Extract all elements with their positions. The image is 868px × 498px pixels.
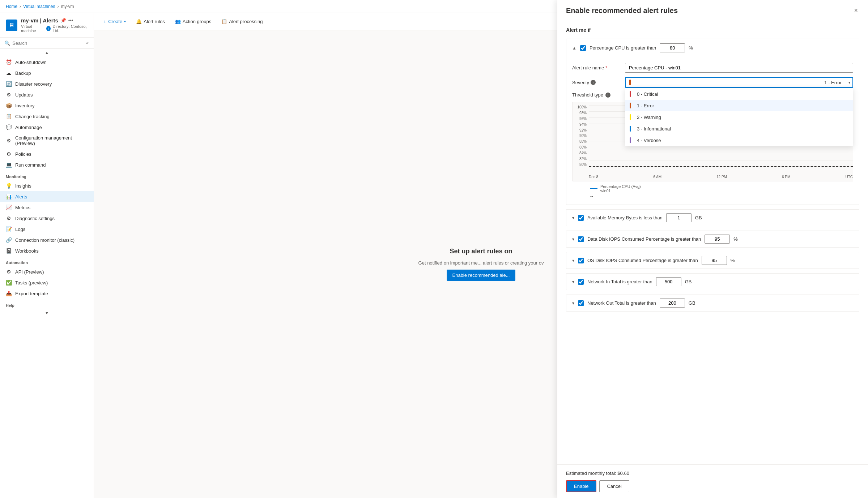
sidebar-item-workbooks[interactable]: 📓 Workbooks (0, 245, 94, 256)
os-disk-threshold-input[interactable] (702, 256, 727, 265)
sidebar-item-label: Automanage (15, 125, 42, 130)
network-out-unit: GB (689, 300, 695, 306)
panel-body: Alert me if ▲ Percentage CPU is greater … (557, 21, 868, 464)
sidebar-item-insights[interactable]: 💡 Insights (0, 180, 94, 191)
pin-icon[interactable]: 📌 (60, 18, 66, 23)
sidebar-item-run-command[interactable]: 💻 Run command (0, 159, 94, 170)
sidebar-item-export-template[interactable]: 📤 Export template (0, 288, 94, 299)
sidebar-item-label: Metrics (15, 205, 30, 210)
severity-label: Severity i (572, 80, 619, 85)
network-in-checkbox[interactable] (578, 279, 584, 285)
api-icon: ⚙ (6, 269, 12, 275)
sidebar-item-label: Auto-shutdown (15, 60, 47, 65)
severity-option-informational[interactable]: 3 - Informational (625, 123, 853, 134)
network-in-chevron-icon[interactable]: ▾ (572, 279, 574, 284)
severity-option-verbose[interactable]: 4 - Verbose (625, 134, 853, 146)
severity-option-error[interactable]: 1 - Error (625, 100, 853, 111)
network-in-alert-section: ▾ Network In Total is greater than GB (566, 273, 859, 290)
scroll-down-indicator[interactable]: ▼ (45, 310, 49, 315)
sidebar-item-updates[interactable]: ⚙ Updates (0, 89, 94, 100)
network-in-threshold-input[interactable] (656, 277, 681, 286)
scroll-up-indicator[interactable]: ▲ (45, 50, 49, 55)
severity-option-critical[interactable]: 0 - Critical (625, 88, 853, 100)
data-disk-threshold-input[interactable] (705, 235, 730, 244)
sidebar-item-automanage[interactable]: 💬 Automanage (0, 122, 94, 133)
sidebar-item-label: Run command (15, 162, 46, 168)
empty-desc: Get notified on important me... alert ru… (418, 259, 544, 267)
memory-threshold-input[interactable] (666, 213, 692, 222)
sidebar-item-inventory[interactable]: 📦 Inventory (0, 100, 94, 111)
sidebar-item-tasks[interactable]: ✅ Tasks (preview) (0, 277, 94, 288)
alert-rule-name-input[interactable] (625, 63, 853, 73)
change-tracking-icon: 📋 (6, 113, 12, 119)
close-panel-button[interactable]: × (852, 6, 859, 15)
cpu-threshold-input[interactable] (660, 43, 685, 52)
sidebar-item-backup[interactable]: ☁ Backup (0, 68, 94, 78)
severity-option-label: 3 - Informational (637, 126, 671, 132)
memory-alert-section: ▾ Available Memory Bytes is less than GB (566, 209, 859, 226)
severity-dropdown-selected[interactable]: 1 - Error ▾ (625, 77, 853, 88)
sidebar-item-api[interactable]: ⚙ API (Preview) (0, 266, 94, 277)
cpu-checkbox[interactable] (580, 45, 586, 51)
search-input[interactable] (12, 40, 83, 46)
memory-checkbox[interactable] (578, 215, 584, 221)
threshold-line (589, 166, 853, 167)
sidebar-item-diagnostic-settings[interactable]: ⚙ Diagnostic settings (0, 213, 94, 224)
alert-processing-icon: 📋 (221, 19, 227, 24)
sidebar-item-logs[interactable]: 📝 Logs (0, 224, 94, 235)
sidebar-item-label: Change tracking (15, 114, 50, 119)
automanage-icon: 💬 (6, 124, 12, 130)
memory-chevron-icon[interactable]: ▾ (572, 215, 574, 220)
create-button[interactable]: + Create ▾ (100, 17, 129, 26)
action-groups-button[interactable]: 👥 Action groups (171, 17, 215, 26)
policies-icon: ⚙ (6, 151, 12, 157)
sidebar-item-config-mgmt[interactable]: ⚙ Configuration management (Preview) (0, 133, 94, 149)
sidebar-item-label: Connection monitor (classic) (15, 237, 75, 243)
chart-dash-value: -- (572, 194, 853, 199)
data-disk-checkbox[interactable] (578, 236, 584, 242)
network-in-condition: Network In Total is greater than (587, 279, 652, 284)
enable-recommended-button[interactable]: Enable recommended ale... (447, 270, 516, 281)
panel-title: Enable recommended alert rules (566, 7, 678, 15)
alert-rules-button[interactable]: 🔔 Alert rules (132, 17, 169, 26)
sidebar-item-label: Backup (15, 70, 31, 76)
cpu-section-header: ▲ Percentage CPU is greater than % (566, 39, 859, 57)
sidebar-item-disaster-recovery[interactable]: 🔄 Disaster recovery (0, 78, 94, 89)
severity-dropdown[interactable]: 1 - Error ▾ 0 - Critical 1 - Error (625, 77, 853, 88)
network-out-checkbox[interactable] (578, 300, 584, 306)
enable-button[interactable]: Enable (566, 480, 596, 492)
tasks-icon: ✅ (6, 280, 12, 286)
network-out-threshold-input[interactable] (660, 299, 685, 308)
os-disk-checkbox[interactable] (578, 258, 584, 263)
cpu-chevron-icon[interactable]: ▲ (572, 46, 576, 51)
sidebar-item-auto-shutdown[interactable]: ⏰ Auto-shutdown (0, 57, 94, 68)
os-disk-chevron-icon[interactable]: ▾ (572, 258, 574, 263)
collapse-button[interactable]: « (85, 40, 89, 46)
sidebar-item-alerts[interactable]: 📊 Alerts (0, 191, 94, 202)
alert-me-label: Alert me if (566, 27, 859, 33)
breadcrumb-home[interactable]: Home (6, 4, 17, 9)
data-disk-chevron-icon[interactable]: ▾ (572, 237, 574, 242)
sidebar-item-label: Tasks (preview) (15, 280, 48, 286)
cpu-alert-section: ▲ Percentage CPU is greater than % Alert… (566, 39, 859, 205)
diagnostic-icon: ⚙ (6, 215, 12, 221)
cancel-button[interactable]: Cancel (599, 480, 629, 492)
sidebar-item-label: Workbooks (15, 248, 39, 254)
sidebar-item-metrics[interactable]: 📈 Metrics (0, 202, 94, 213)
sidebar-item-change-tracking[interactable]: 📋 Change tracking (0, 111, 94, 122)
gridline (589, 148, 853, 148)
memory-condition: Available Memory Bytes is less than (587, 215, 663, 220)
os-disk-rule-row: ▾ OS Disk IOPS Consumed Percentage is gr… (566, 252, 859, 269)
panel-overlay: Enable recommended alert rules × Alert m… (557, 0, 868, 498)
network-out-chevron-icon[interactable]: ▾ (572, 301, 574, 306)
data-disk-unit: % (733, 236, 738, 242)
more-icon[interactable]: ••• (68, 18, 73, 23)
sidebar-item-label: Export template (15, 291, 48, 296)
sidebar-item-policies[interactable]: ⚙ Policies (0, 149, 94, 159)
sidebar-item-connection-monitor[interactable]: 🔗 Connection monitor (classic) (0, 235, 94, 245)
severity-option-warning[interactable]: 2 - Warning (625, 111, 853, 123)
panel-footer: Estimated monthly total: $0.60 Enable Ca… (557, 464, 868, 498)
alert-processing-button[interactable]: 📋 Alert processing (218, 17, 266, 26)
breadcrumb-vms[interactable]: Virtual machines (23, 4, 55, 9)
os-disk-unit: % (731, 258, 735, 263)
